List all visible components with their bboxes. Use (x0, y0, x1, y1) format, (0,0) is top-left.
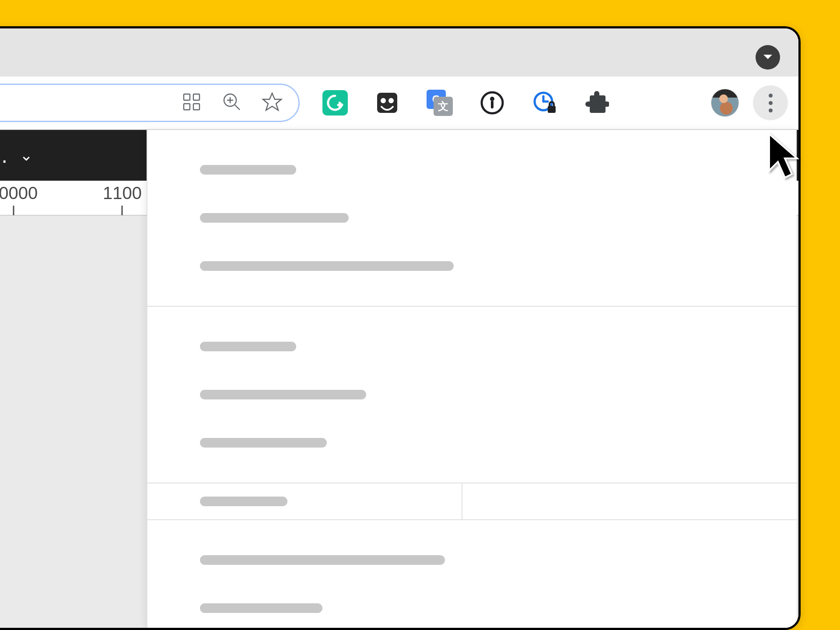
clock-lock-icon[interactable] (532, 90, 558, 116)
svg-point-10 (388, 98, 394, 103)
svg-point-12 (490, 97, 494, 101)
qr-icon[interactable] (181, 91, 202, 114)
svg-point-9 (381, 98, 386, 103)
tampermonkey-icon[interactable] (374, 90, 400, 116)
onepassword-icon[interactable] (479, 90, 505, 116)
svg-line-5 (235, 105, 240, 110)
tab-strip (0, 28, 798, 77)
svg-rect-17 (548, 106, 556, 113)
svg-rect-3 (193, 104, 200, 110)
google-translate-icon[interactable]: G 文 (427, 90, 453, 116)
menu-item[interactable] (147, 322, 797, 371)
profile-avatar[interactable] (711, 89, 739, 117)
address-bar[interactable] (0, 84, 300, 122)
menu-item[interactable] (147, 584, 797, 630)
grammarly-icon[interactable] (322, 90, 348, 116)
chevron-down-icon[interactable]: ⌄ (20, 146, 33, 164)
menu-item[interactable] (147, 419, 797, 467)
svg-rect-0 (184, 94, 190, 100)
zoom-in-icon[interactable] (221, 91, 242, 114)
chrome-overflow-menu (147, 130, 797, 628)
browser-window: G 文 (0, 26, 801, 630)
star-icon[interactable] (262, 91, 283, 114)
ruler-tick-label: 10000 (0, 183, 38, 203)
menu-item[interactable] (147, 242, 797, 290)
extension-icons: G 文 (322, 90, 610, 116)
toolbar: G 文 (0, 77, 798, 130)
menu-item[interactable] (147, 146, 797, 194)
svg-rect-2 (184, 104, 190, 110)
svg-rect-13 (491, 101, 494, 108)
menu-item[interactable] (147, 371, 797, 419)
tabs-dropdown-icon[interactable] (756, 45, 780, 70)
svg-rect-1 (193, 94, 200, 100)
dark-bar-label: rt... (0, 143, 7, 168)
menu-zoom-row[interactable] (147, 483, 797, 520)
translate-cn-label: 文 (434, 97, 453, 116)
menu-item[interactable] (147, 194, 797, 242)
extensions-puzzle-icon[interactable] (584, 90, 610, 116)
ruler-tick-label: 1100 (103, 183, 142, 203)
more-vert-icon[interactable] (753, 85, 788, 120)
menu-item[interactable] (147, 536, 797, 584)
